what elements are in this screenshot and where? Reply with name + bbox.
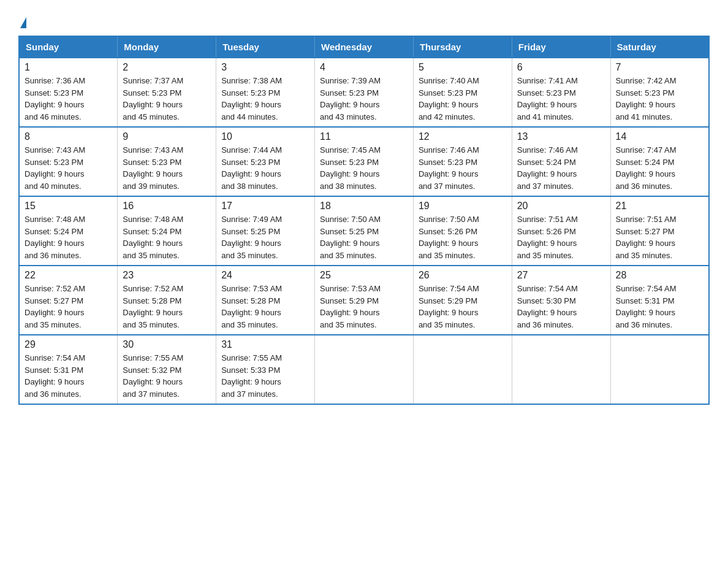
calendar-day-cell: 12 Sunrise: 7:46 AM Sunset: 5:23 PM Dayl… [413, 127, 512, 196]
calendar-week-row: 22 Sunrise: 7:52 AM Sunset: 5:27 PM Dayl… [19, 266, 709, 335]
day-number: 11 [320, 131, 408, 142]
day-number: 10 [221, 131, 309, 142]
calendar-day-cell [413, 335, 512, 404]
calendar-day-cell: 9 Sunrise: 7:43 AM Sunset: 5:23 PM Dayli… [118, 127, 216, 196]
calendar-day-cell: 1 Sunrise: 7:36 AM Sunset: 5:23 PM Dayli… [19, 58, 118, 127]
calendar-day-cell: 18 Sunrise: 7:50 AM Sunset: 5:25 PM Dayl… [315, 196, 414, 266]
calendar-day-cell: 17 Sunrise: 7:49 AM Sunset: 5:25 PM Dayl… [216, 196, 315, 266]
calendar-day-cell: 6 Sunrise: 7:41 AM Sunset: 5:23 PM Dayli… [512, 58, 610, 127]
day-info: Sunrise: 7:42 AM Sunset: 5:23 PM Dayligh… [616, 75, 703, 123]
calendar-day-cell: 30 Sunrise: 7:55 AM Sunset: 5:32 PM Dayl… [118, 335, 216, 404]
day-info: Sunrise: 7:55 AM Sunset: 5:32 PM Dayligh… [123, 352, 211, 400]
day-info: Sunrise: 7:52 AM Sunset: 5:27 PM Dayligh… [25, 283, 112, 331]
day-number: 26 [419, 270, 507, 281]
calendar-week-row: 15 Sunrise: 7:48 AM Sunset: 5:24 PM Dayl… [19, 196, 709, 266]
day-info: Sunrise: 7:46 AM Sunset: 5:24 PM Dayligh… [517, 144, 605, 192]
day-info: Sunrise: 7:47 AM Sunset: 5:24 PM Dayligh… [616, 144, 703, 192]
calendar-day-cell: 11 Sunrise: 7:45 AM Sunset: 5:23 PM Dayl… [315, 127, 414, 196]
calendar-day-cell: 14 Sunrise: 7:47 AM Sunset: 5:24 PM Dayl… [610, 127, 709, 196]
day-info: Sunrise: 7:40 AM Sunset: 5:23 PM Dayligh… [419, 75, 507, 123]
calendar-day-cell: 19 Sunrise: 7:50 AM Sunset: 5:26 PM Dayl… [413, 196, 512, 266]
day-number: 3 [221, 62, 309, 73]
day-info: Sunrise: 7:54 AM Sunset: 5:29 PM Dayligh… [419, 283, 507, 331]
calendar-day-cell [610, 335, 709, 404]
day-of-week-header: Sunday [19, 36, 118, 58]
calendar-day-cell: 26 Sunrise: 7:54 AM Sunset: 5:29 PM Dayl… [413, 266, 512, 335]
day-info: Sunrise: 7:38 AM Sunset: 5:23 PM Dayligh… [221, 75, 309, 123]
calendar-day-cell: 3 Sunrise: 7:38 AM Sunset: 5:23 PM Dayli… [216, 58, 315, 127]
day-info: Sunrise: 7:53 AM Sunset: 5:28 PM Dayligh… [221, 283, 309, 331]
day-number: 5 [419, 62, 507, 73]
day-of-week-header: Tuesday [216, 36, 315, 58]
day-info: Sunrise: 7:37 AM Sunset: 5:23 PM Dayligh… [123, 75, 211, 123]
calendar-day-cell: 16 Sunrise: 7:48 AM Sunset: 5:24 PM Dayl… [118, 196, 216, 266]
day-info: Sunrise: 7:48 AM Sunset: 5:24 PM Dayligh… [123, 213, 211, 261]
day-number: 8 [25, 131, 112, 142]
day-number: 13 [517, 131, 605, 142]
calendar-day-cell: 27 Sunrise: 7:54 AM Sunset: 5:30 PM Dayl… [512, 266, 610, 335]
day-info: Sunrise: 7:53 AM Sunset: 5:29 PM Dayligh… [320, 283, 408, 331]
day-number: 28 [616, 270, 703, 281]
calendar-day-cell: 7 Sunrise: 7:42 AM Sunset: 5:23 PM Dayli… [610, 58, 709, 127]
day-number: 9 [123, 131, 211, 142]
day-number: 16 [123, 201, 211, 212]
day-number: 24 [221, 270, 309, 281]
day-number: 31 [221, 339, 309, 350]
day-number: 18 [320, 201, 408, 212]
calendar-day-cell: 31 Sunrise: 7:55 AM Sunset: 5:33 PM Dayl… [216, 335, 315, 404]
day-of-week-header: Monday [118, 36, 216, 58]
calendar-day-cell: 22 Sunrise: 7:52 AM Sunset: 5:27 PM Dayl… [19, 266, 118, 335]
calendar-day-cell: 8 Sunrise: 7:43 AM Sunset: 5:23 PM Dayli… [19, 127, 118, 196]
calendar-day-cell [512, 335, 610, 404]
day-of-week-header: Saturday [610, 36, 709, 58]
day-info: Sunrise: 7:54 AM Sunset: 5:30 PM Dayligh… [517, 283, 605, 331]
calendar-day-cell: 13 Sunrise: 7:46 AM Sunset: 5:24 PM Dayl… [512, 127, 610, 196]
day-info: Sunrise: 7:50 AM Sunset: 5:26 PM Dayligh… [419, 213, 507, 261]
calendar-day-cell [315, 335, 414, 404]
page-header [18, 12, 710, 29]
day-number: 20 [517, 201, 605, 212]
day-number: 12 [419, 131, 507, 142]
day-of-week-header: Thursday [413, 36, 512, 58]
logo [18, 12, 26, 29]
day-info: Sunrise: 7:48 AM Sunset: 5:24 PM Dayligh… [25, 213, 112, 261]
calendar-day-cell: 2 Sunrise: 7:37 AM Sunset: 5:23 PM Dayli… [118, 58, 216, 127]
day-number: 27 [517, 270, 605, 281]
calendar-day-cell: 29 Sunrise: 7:54 AM Sunset: 5:31 PM Dayl… [19, 335, 118, 404]
day-info: Sunrise: 7:54 AM Sunset: 5:31 PM Dayligh… [25, 352, 112, 400]
day-info: Sunrise: 7:51 AM Sunset: 5:26 PM Dayligh… [517, 213, 605, 261]
day-info: Sunrise: 7:46 AM Sunset: 5:23 PM Dayligh… [419, 144, 507, 192]
calendar-day-cell: 25 Sunrise: 7:53 AM Sunset: 5:29 PM Dayl… [315, 266, 414, 335]
day-info: Sunrise: 7:36 AM Sunset: 5:23 PM Dayligh… [25, 75, 112, 123]
day-info: Sunrise: 7:39 AM Sunset: 5:23 PM Dayligh… [320, 75, 408, 123]
day-of-week-header: Wednesday [315, 36, 414, 58]
day-info: Sunrise: 7:44 AM Sunset: 5:23 PM Dayligh… [221, 144, 309, 192]
calendar-day-cell: 20 Sunrise: 7:51 AM Sunset: 5:26 PM Dayl… [512, 196, 610, 266]
calendar-day-cell: 10 Sunrise: 7:44 AM Sunset: 5:23 PM Dayl… [216, 127, 315, 196]
day-number: 29 [25, 339, 112, 350]
calendar-day-cell: 4 Sunrise: 7:39 AM Sunset: 5:23 PM Dayli… [315, 58, 414, 127]
calendar-day-cell: 15 Sunrise: 7:48 AM Sunset: 5:24 PM Dayl… [19, 196, 118, 266]
calendar-day-cell: 28 Sunrise: 7:54 AM Sunset: 5:31 PM Dayl… [610, 266, 709, 335]
day-number: 22 [25, 270, 112, 281]
day-info: Sunrise: 7:54 AM Sunset: 5:31 PM Dayligh… [616, 283, 703, 331]
day-number: 17 [221, 201, 309, 212]
day-number: 7 [616, 62, 703, 73]
day-info: Sunrise: 7:43 AM Sunset: 5:23 PM Dayligh… [123, 144, 211, 192]
calendar-day-cell: 21 Sunrise: 7:51 AM Sunset: 5:27 PM Dayl… [610, 196, 709, 266]
day-number: 21 [616, 201, 703, 212]
logo-triangle-icon [20, 17, 26, 28]
day-info: Sunrise: 7:52 AM Sunset: 5:28 PM Dayligh… [123, 283, 211, 331]
day-number: 6 [517, 62, 605, 73]
day-number: 15 [25, 201, 112, 212]
day-number: 19 [419, 201, 507, 212]
day-of-week-header: Friday [512, 36, 610, 58]
day-info: Sunrise: 7:45 AM Sunset: 5:23 PM Dayligh… [320, 144, 408, 192]
day-number: 1 [25, 62, 112, 73]
day-info: Sunrise: 7:50 AM Sunset: 5:25 PM Dayligh… [320, 213, 408, 261]
day-number: 23 [123, 270, 211, 281]
day-number: 2 [123, 62, 211, 73]
day-number: 14 [616, 131, 703, 142]
day-info: Sunrise: 7:43 AM Sunset: 5:23 PM Dayligh… [25, 144, 112, 192]
day-number: 4 [320, 62, 408, 73]
